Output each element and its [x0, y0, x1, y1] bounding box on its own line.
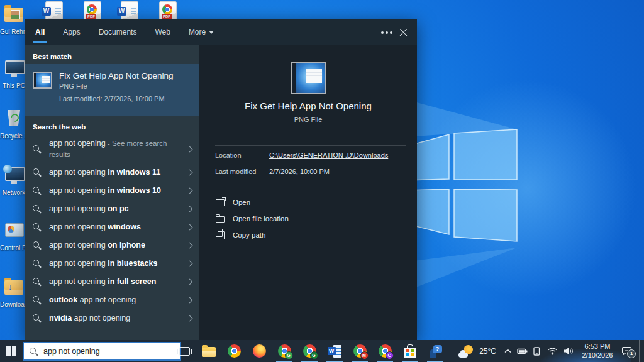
suggestion-text: app not opening windows — [49, 221, 179, 233]
volume-icon[interactable] — [564, 347, 574, 355]
last-modified-value: 2/7/2026, 10:00 PM — [269, 168, 330, 175]
chevron-right-icon — [187, 315, 193, 322]
action-copy-path[interactable]: Copy path — [216, 227, 411, 243]
profile-badge: G — [285, 351, 293, 359]
profile-badge: M — [360, 351, 369, 359]
taskbar-app-file-explorer[interactable] — [196, 340, 221, 362]
desktop-icon-network[interactable]: Network — [0, 165, 28, 196]
taskbar-app-word[interactable] — [322, 340, 347, 362]
location-link[interactable]: C:\Users\GENERATION .D\Downloads — [269, 151, 388, 159]
phone-link-icon[interactable] — [533, 347, 541, 356]
search-suggestion[interactable]: app not opening on iphone — [25, 236, 199, 255]
taskbar-app-chrome[interactable] — [221, 340, 247, 362]
chevron-right-icon — [187, 243, 193, 249]
taskbar-app-chrome-profile-green[interactable]: G — [272, 340, 297, 362]
search-suggestion[interactable]: app not opening - See more search result… — [25, 134, 199, 163]
search-suggestion[interactable]: nvidia app not opening — [25, 309, 199, 327]
suggestion-text: outlook app not opening — [49, 294, 179, 305]
search-suggestion[interactable]: app not opening windows — [25, 218, 199, 236]
desktop-icon-recycle-bin[interactable]: Recycle Bin — [0, 108, 28, 140]
chrome-pdf-icon[interactable] — [159, 1, 177, 21]
tab-apps[interactable]: Apps — [62, 25, 81, 39]
wifi-icon[interactable] — [547, 347, 558, 355]
chrome-profile-purple-icon: C — [379, 344, 392, 358]
taskbar-app-chrome-profile-darkgreen[interactable]: G — [297, 340, 322, 362]
suggestion-note: - See more search results — [49, 140, 167, 158]
more-options-icon[interactable] — [386, 31, 388, 34]
search-suggestion[interactable]: app not opening in bluestacks — [25, 255, 199, 273]
taskbar-app-microsoft-store[interactable] — [397, 340, 423, 362]
action-label: Copy path — [233, 231, 265, 239]
preview-title: Fix Get Help App Not Opening — [199, 101, 417, 111]
search-suggestion[interactable]: app not opening in windows 11 — [25, 163, 199, 182]
desktop-icon-user-folder[interactable]: Gul Rehman — [0, 4, 28, 35]
microsoft-store-icon — [404, 344, 416, 358]
taskbar-search-input[interactable]: app not opening — [23, 342, 181, 361]
desktop-icon-control-panel[interactable]: Control Panel — [0, 220, 28, 251]
weather-icon[interactable] — [458, 345, 474, 358]
search-suggestion[interactable]: app not opening in full screen — [25, 273, 199, 291]
taskbar-app-get-help[interactable] — [423, 340, 448, 362]
search-icon — [33, 314, 41, 322]
clock-date: 2/10/2026 — [580, 351, 615, 360]
desktop-icon-label: Downloads — [0, 301, 28, 308]
preview-file-type: PNG File — [199, 116, 417, 123]
user-folder-icon — [3, 4, 25, 24]
task-view-button[interactable] — [174, 340, 195, 362]
desktop-icon-downloads[interactable]: ↓Downloads — [0, 277, 28, 308]
task-view-icon — [179, 347, 190, 356]
taskbar-app-chrome-profile-red[interactable]: M — [347, 340, 372, 362]
action-open-file-location[interactable]: Open file location — [216, 211, 411, 227]
battery-icon[interactable] — [517, 348, 528, 355]
chevron-right-icon — [187, 261, 193, 267]
best-match-section-label: Best match — [25, 45, 199, 64]
last-modified-label: Last modified — [215, 168, 256, 175]
notification-count-badge: 1 — [627, 349, 636, 358]
show-desktop-button[interactable] — [639, 340, 642, 362]
tab-documents[interactable]: Documents — [97, 25, 138, 39]
search-icon — [33, 145, 41, 153]
best-match-result[interactable]: Fix Get Help App Not Opening PNG File La… — [25, 64, 199, 116]
desktop-icon-this-pc[interactable]: This PC — [0, 58, 28, 89]
suggestion-text: app not opening in windows 10 — [49, 185, 179, 196]
suggestion-list: app not opening - See more search result… — [25, 134, 199, 327]
taskbar-app-firefox[interactable] — [247, 340, 272, 362]
search-suggestion[interactable]: app not opening in windows 10 — [25, 182, 199, 200]
search-results-pane: Best match Fix Get Help App Not Opening … — [25, 45, 199, 340]
globe-icon — [3, 165, 12, 173]
taskbar-apps: GGMC — [196, 340, 448, 362]
clock-time: 6:53 PM — [580, 343, 615, 351]
windows-logo-icon — [6, 346, 16, 356]
chrome-profile-green-icon: G — [278, 344, 291, 358]
control-panel-icon — [3, 220, 25, 240]
tab-more[interactable]: More — [187, 25, 215, 39]
action-center-button[interactable]: 1 — [622, 346, 633, 356]
word-doc-icon[interactable] — [45, 1, 63, 21]
action-open[interactable]: Open — [216, 194, 411, 211]
desktop-icon-label: Control Panel — [0, 244, 28, 251]
tab-web[interactable]: Web — [153, 25, 171, 39]
search-suggestion[interactable]: outlook app not opening — [25, 291, 199, 309]
chrome-profile-darkgreen-icon: G — [303, 344, 316, 358]
temperature-text[interactable]: 25°C — [479, 347, 496, 356]
suggestion-text: app not opening in bluestacks — [49, 258, 179, 269]
chrome-pdf-icon[interactable] — [84, 1, 101, 21]
hidden-icons-chevron[interactable] — [504, 349, 511, 353]
taskbar-app-chrome-profile-purple[interactable]: C — [372, 340, 397, 362]
start-button[interactable] — [0, 340, 23, 362]
tab-label: All — [35, 28, 45, 36]
tab-label: Documents — [99, 28, 137, 36]
search-query-text: app not opening — [43, 347, 100, 356]
word-doc-icon[interactable] — [121, 1, 138, 21]
system-tray: 25°C 6:53 PM 2/10/2026 1 — [458, 340, 642, 362]
close-icon[interactable] — [399, 28, 408, 37]
tab-all[interactable]: All — [34, 25, 46, 39]
suggestion-text: app not opening on pc — [49, 203, 179, 214]
taskbar-clock[interactable]: 6:53 PM 2/10/2026 — [580, 343, 615, 360]
word-icon — [328, 345, 342, 358]
search-web-section-label: Search the web — [25, 116, 199, 134]
search-suggestion[interactable]: app not opening on pc — [25, 200, 199, 218]
preview-actions: OpenOpen file locationCopy path — [216, 194, 411, 243]
best-match-last-modified: Last modified: 2/7/2026, 10:00 PM — [59, 95, 174, 102]
taskbar: app not opening GGMC 25°C 6:53 PM 2/10/2… — [0, 340, 644, 362]
